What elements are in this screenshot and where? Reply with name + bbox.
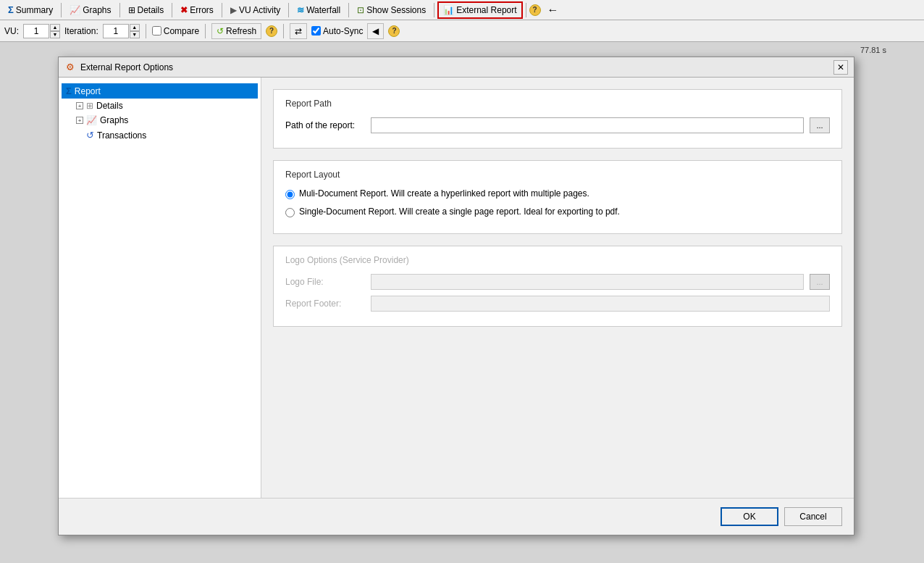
waterfall-label: Waterfall	[306, 5, 340, 15]
path-label: Path of the report:	[285, 120, 365, 130]
iteration-up[interactable]: ▲	[130, 24, 140, 31]
path-input[interactable]	[371, 117, 804, 133]
dialog-footer: OK Cancel	[59, 498, 854, 535]
autosync-checkbox-wrap[interactable]: Auto-Sync	[311, 26, 363, 36]
layout-radio-1[interactable]	[285, 190, 295, 199]
dialog-content: Σ Report + ⊞ Details + 📈	[59, 78, 854, 498]
browse-icon: ...	[816, 121, 823, 130]
sessions-label: Show Sessions	[366, 5, 426, 15]
waterfall-icon: ≋	[297, 5, 304, 15]
iteration-spinner[interactable]: ▲ ▼	[103, 24, 140, 38]
separator-8	[526, 3, 526, 17]
tree-panel: Σ Report + ⊞ Details + 📈	[59, 78, 261, 498]
tree-graphs-label: Graphs	[100, 115, 128, 125]
sync-button[interactable]: ⇄	[290, 23, 307, 39]
cancel-button[interactable]: Cancel	[784, 507, 842, 526]
tab-show-sessions[interactable]: ⊡ Show Sessions	[352, 1, 431, 19]
logo-browse-icon: ...	[816, 278, 823, 286]
refresh-label: Refresh	[226, 26, 256, 36]
report-path-section: Report Path Path of the report: ...	[273, 89, 842, 149]
tree-item-transactions[interactable]: ↺ Transactions	[62, 128, 258, 143]
logo-file-row: Logo File: ...	[285, 274, 830, 290]
autosync-checkbox[interactable]	[311, 26, 321, 36]
tree-details-icon: ⊞	[86, 101, 93, 111]
logo-browse-button[interactable]: ...	[810, 274, 830, 290]
vu-label: VU Activity	[239, 5, 280, 15]
iteration-input[interactable]	[103, 24, 129, 38]
report-layout-title: Report Layout	[285, 170, 830, 180]
graphs-label: Graphs	[83, 5, 111, 15]
refresh-button[interactable]: ↺ Refresh	[211, 23, 261, 39]
compare-checkbox-wrap[interactable]: Compare	[152, 26, 199, 36]
logo-file-input[interactable]	[371, 274, 804, 290]
logo-file-label: Logo File:	[285, 277, 365, 287]
secondary-toolbar: VU: ▲ ▼ Iteration: ▲ ▼ Compare ↺ Refresh…	[0, 20, 924, 42]
cancel-label: Cancel	[799, 512, 826, 522]
back-button[interactable]: ←	[542, 1, 564, 19]
separator-5	[288, 3, 289, 17]
tree-item-details[interactable]: + ⊞ Details	[62, 99, 258, 113]
graphs-icon: 📈	[70, 5, 80, 15]
tab-waterfall[interactable]: ≋ Waterfall	[292, 1, 345, 19]
vu-icon: ▶	[230, 5, 237, 15]
dialog-overlay: ⚙ External Report Options ✕ Σ Report	[0, 42, 924, 563]
report-layout-section: Report Layout Muli-Document Report. Will…	[273, 160, 842, 234]
report-footer-row: Report Footer:	[285, 296, 830, 312]
tab-graphs[interactable]: 📈 Graphs	[64, 1, 116, 19]
logo-options-title: Logo Options (Service Provider)	[285, 255, 830, 265]
report-path-title: Report Path	[285, 99, 830, 109]
autosync-label: Auto-Sync	[323, 26, 363, 36]
vu-spinner[interactable]: ▲ ▼	[23, 24, 60, 38]
ok-button[interactable]: OK	[721, 507, 778, 526]
sessions-icon: ⊡	[357, 5, 364, 15]
tab-errors[interactable]: ✖ Errors	[175, 1, 219, 19]
tab-details[interactable]: ⊞ Details	[123, 1, 169, 19]
graphs-expand-icon[interactable]: +	[76, 117, 83, 124]
layout-option-1-row: Muli-Document Report. Will create a hype…	[285, 188, 830, 199]
layout-option-1-label: Muli-Document Report. Will create a hype…	[299, 188, 589, 199]
iteration-down[interactable]: ▼	[130, 31, 140, 38]
vu-down[interactable]: ▼	[50, 31, 60, 38]
separator-7	[434, 3, 434, 17]
external-report-dialog: ⚙ External Report Options ✕ Σ Report	[58, 57, 854, 535]
layout-radio-2[interactable]	[285, 208, 295, 217]
dialog-body: Σ Report + ⊞ Details + 📈	[59, 78, 854, 535]
hint-icon-1[interactable]: ?	[529, 4, 541, 16]
hint-icon-3[interactable]: ?	[388, 25, 400, 37]
path-row: Path of the report: ...	[285, 117, 830, 133]
details-label: Details	[138, 5, 164, 15]
external-label: External Report	[456, 5, 516, 15]
tree-graphs-icon: 📈	[86, 115, 97, 125]
content-panel: Report Path Path of the report: ...	[261, 78, 854, 498]
ok-label: OK	[743, 512, 755, 522]
separator-11	[283, 24, 284, 38]
prev-button[interactable]: ◀	[367, 23, 384, 39]
errors-label: Errors	[190, 5, 214, 15]
separator-6	[348, 3, 349, 17]
dialog-title: External Report Options	[80, 62, 833, 72]
tree-report-icon: Σ	[66, 86, 72, 96]
vu-up[interactable]: ▲	[50, 24, 60, 31]
separator-3	[172, 3, 172, 17]
tab-vu-activity[interactable]: ▶ VU Activity	[225, 1, 285, 19]
compare-checkbox[interactable]	[152, 26, 161, 36]
dialog-titlebar: ⚙ External Report Options ✕	[59, 57, 854, 78]
layout-option-2-label: Single-Document Report. Will create a si…	[299, 207, 620, 217]
tree-item-report[interactable]: Σ Report	[62, 83, 258, 99]
vu-input[interactable]	[23, 24, 49, 38]
hint-icon-2[interactable]: ?	[266, 25, 277, 37]
tab-summary[interactable]: Σ Summary	[3, 1, 58, 19]
logo-options-section: Logo Options (Service Provider) Logo Fil…	[273, 246, 842, 327]
dialog-close-button[interactable]: ✕	[833, 60, 848, 75]
sigma-icon: Σ	[8, 4, 14, 15]
tree-transactions-icon: ↺	[86, 130, 94, 141]
details-icon: ⊞	[128, 5, 135, 15]
tab-external-report[interactable]: 📊 External Report	[437, 1, 522, 19]
sync-icon: ⇄	[295, 26, 302, 36]
tree-item-graphs[interactable]: + 📈 Graphs	[62, 113, 258, 128]
path-browse-button[interactable]: ...	[810, 117, 830, 133]
main-toolbar: Σ Summary 📈 Graphs ⊞ Details ✖ Errors ▶ …	[0, 0, 924, 20]
details-expand-icon[interactable]: +	[76, 102, 83, 109]
report-footer-input[interactable]	[371, 296, 830, 312]
tree-details-label: Details	[96, 101, 123, 111]
